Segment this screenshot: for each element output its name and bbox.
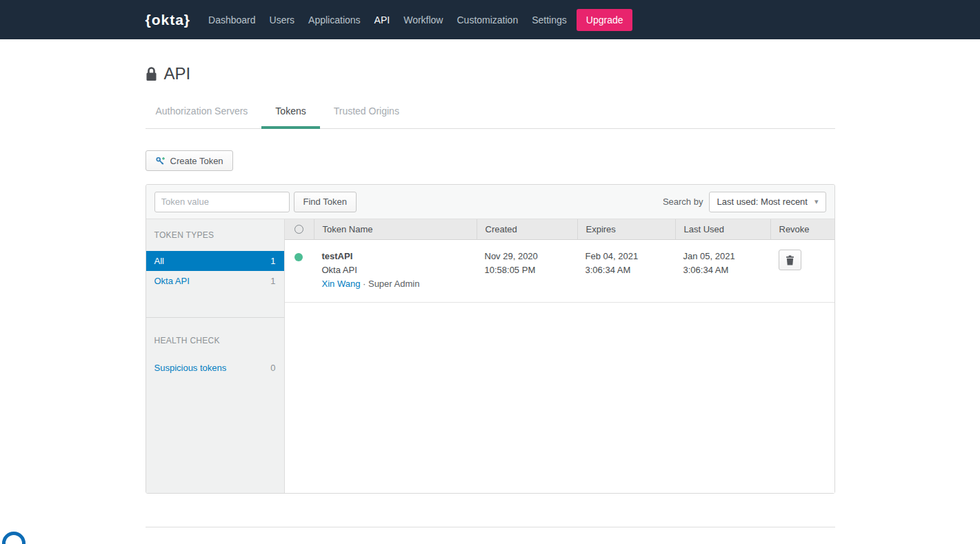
- table-row: testAPI Okta API Xin Wang · Super Admin …: [285, 240, 834, 303]
- expires-cell: Feb 04, 2021 3:06:34 AM: [577, 250, 675, 291]
- token-owner-line: Xin Wang · Super Admin: [322, 277, 477, 291]
- create-token-button[interactable]: Create Token: [146, 150, 233, 171]
- panel-toolbar: Find Token Search by Last used: Most rec…: [146, 185, 834, 219]
- tokens-table: Token Name Created Expires Last Used Rev…: [285, 219, 834, 493]
- tab-authorization-servers[interactable]: Authorization Servers: [146, 104, 262, 128]
- key-plus-icon: [155, 156, 166, 166]
- health-check-header: HEALTH CHECK: [146, 318, 284, 358]
- tokens-panel: Find Token Search by Last used: Most rec…: [146, 184, 835, 494]
- expires-date: Feb 04, 2021: [586, 250, 675, 263]
- table-header-row: Token Name Created Expires Last Used Rev…: [285, 219, 834, 240]
- created-time: 10:58:05 PM: [485, 263, 577, 277]
- owner-role: · Super Admin: [363, 279, 419, 289]
- chevron-down-icon: ▾: [814, 197, 819, 206]
- trash-icon: [786, 255, 794, 265]
- select-all-radio[interactable]: [294, 225, 303, 234]
- sidebar-item-count: 1: [270, 276, 275, 286]
- last-used-cell: Jan 05, 2021 3:06:34 AM: [675, 250, 770, 291]
- create-token-label: Create Token: [170, 156, 223, 166]
- top-navbar: {okta} Dashboard Users Applications API …: [0, 0, 980, 39]
- sidebar-item-all[interactable]: All 1: [146, 251, 284, 271]
- sort-dropdown[interactable]: Last used: Most recent ▾: [709, 192, 826, 212]
- search-by-label: Search by: [663, 197, 703, 207]
- sidebar-item-label: Suspicious tokens: [154, 363, 227, 373]
- tabs: Authorization Servers Tokens Trusted Ori…: [146, 104, 835, 129]
- lock-icon: [146, 66, 157, 81]
- nav-applications[interactable]: Applications: [301, 14, 368, 26]
- sidebar-item-count: 1: [270, 256, 275, 266]
- nav-api[interactable]: API: [368, 14, 397, 26]
- token-type: Okta API: [322, 263, 477, 277]
- token-value-input[interactable]: [154, 192, 290, 212]
- panel-body: TOKEN TYPES All 1 Okta API 1 HEALTH CHEC…: [146, 219, 834, 493]
- sidebar-item-label: Okta API: [154, 276, 190, 286]
- last-used-time: 3:06:34 AM: [683, 263, 770, 277]
- status-cell: [285, 250, 314, 291]
- nav-users[interactable]: Users: [263, 14, 302, 26]
- sidebar-item-suspicious-tokens[interactable]: Suspicious tokens 0: [146, 358, 284, 378]
- last-used-date: Jan 05, 2021: [683, 250, 770, 263]
- expires-time: 3:06:34 AM: [586, 263, 675, 277]
- tab-tokens[interactable]: Tokens: [261, 104, 319, 128]
- created-date: Nov 29, 2020: [485, 250, 577, 263]
- revoke-cell: [770, 250, 834, 291]
- nav-settings[interactable]: Settings: [525, 14, 574, 26]
- sidebar-item-okta-api[interactable]: Okta API 1: [146, 271, 284, 291]
- nav-customization[interactable]: Customization: [450, 14, 525, 26]
- nav-dashboard[interactable]: Dashboard: [201, 14, 263, 26]
- page-title: API: [164, 64, 191, 83]
- panel-sidebar: TOKEN TYPES All 1 Okta API 1 HEALTH CHEC…: [146, 219, 285, 493]
- select-all-cell: [285, 219, 314, 239]
- col-created: Created: [477, 219, 577, 239]
- col-revoke: Revoke: [770, 219, 834, 239]
- page-header: API: [146, 64, 835, 83]
- col-expires: Expires: [577, 219, 675, 239]
- token-name-cell: testAPI Okta API Xin Wang · Super Admin: [314, 250, 477, 291]
- sort-dropdown-value: Last used: Most recent: [717, 197, 808, 207]
- navbar-inner: {okta} Dashboard Users Applications API …: [146, 9, 835, 31]
- footer-divider: [146, 527, 835, 527]
- main-nav: Dashboard Users Applications API Workflo…: [201, 14, 574, 26]
- revoke-token-button[interactable]: [779, 250, 801, 270]
- nav-workflow[interactable]: Workflow: [397, 14, 450, 26]
- owner-link[interactable]: Xin Wang: [322, 279, 361, 289]
- okta-logo[interactable]: {okta}: [146, 12, 191, 28]
- tab-trusted-origins[interactable]: Trusted Origins: [320, 104, 413, 128]
- created-cell: Nov 29, 2020 10:58:05 PM: [477, 250, 577, 291]
- token-name: testAPI: [322, 250, 477, 263]
- okta-footer-logo-fragment: [2, 532, 26, 544]
- col-last-used: Last Used: [675, 219, 770, 239]
- upgrade-button[interactable]: Upgrade: [577, 9, 633, 31]
- status-active-dot: [294, 253, 303, 261]
- col-token-name: Token Name: [314, 219, 477, 239]
- sidebar-item-count: 0: [270, 363, 275, 373]
- sidebar-item-label: All: [154, 256, 164, 266]
- token-types-header: TOKEN TYPES: [146, 219, 284, 251]
- find-token-button[interactable]: Find Token: [294, 192, 357, 212]
- main-content: API Authorization Servers Tokens Trusted…: [146, 64, 835, 527]
